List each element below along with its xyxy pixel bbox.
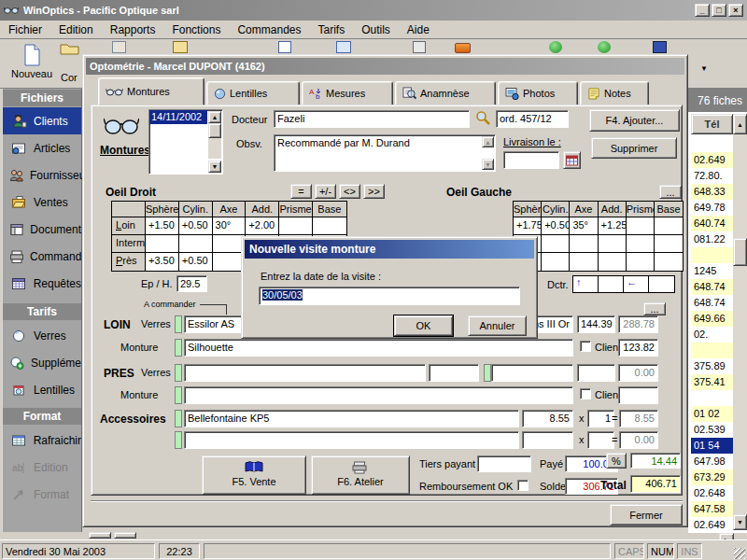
menu-item[interactable]: Tarifs	[309, 21, 353, 39]
minimize-button[interactable]: _	[695, 4, 710, 17]
tel-value: 640.74	[694, 217, 726, 229]
visit-date-input[interactable]: 30/05/03	[259, 287, 520, 305]
status-time: 22:23	[159, 543, 200, 559]
sidebar-item-label: Rafraichir	[34, 434, 81, 447]
toolbar-icon-fragment	[278, 41, 291, 53]
table-row[interactable]	[691, 247, 733, 263]
tel-value: 647.58	[694, 503, 726, 514]
tel-value: 649.78	[694, 202, 726, 213]
fermer-button[interactable]: Fermer	[610, 504, 683, 525]
table-row[interactable]: 375.89	[691, 358, 733, 374]
toolbar-icon-fragment	[112, 41, 126, 53]
sidebar-item-lentilles[interactable]: Lentilles	[3, 376, 81, 403]
tel-value: 375.41	[694, 376, 726, 387]
sidebar-item-label: Document	[30, 223, 81, 236]
close-button[interactable]: ×	[728, 4, 743, 17]
table-row[interactable]: 640.74	[691, 216, 733, 231]
tab-label: Anamnèse	[420, 88, 470, 99]
table-row[interactable]: 673.29	[691, 469, 733, 485]
tab-montures[interactable]: Montures	[98, 77, 204, 105]
nouvelle-visite-title: Nouvelle visite monture	[249, 243, 375, 256]
table-row[interactable]: 01 02	[691, 406, 733, 422]
menu-item[interactable]: Fonctions	[163, 21, 229, 39]
tel-value: 648.74	[694, 297, 726, 308]
ok-button[interactable]: OK	[394, 315, 453, 336]
resize-grip[interactable]	[734, 548, 745, 559]
printer-icon	[9, 249, 24, 264]
new-button[interactable]: Nouveau	[6, 42, 58, 86]
table-row[interactable]: 02.648	[691, 485, 733, 501]
tab-anamnese[interactable]: Anamnèse	[395, 81, 496, 105]
maximize-button[interactable]: □	[712, 4, 726, 17]
sidebar-item-label: Verres	[34, 329, 66, 343]
tel-value: 649.66	[694, 313, 726, 324]
menu-item[interactable]: Edition	[50, 21, 102, 39]
sidebar-item-edition[interactable]: ab Edition	[3, 454, 81, 481]
sidebar-item-fournisseurs[interactable]: Fournisseu	[3, 161, 81, 189]
table-row[interactable]: 648.74	[691, 279, 733, 295]
table-row[interactable]: 648.74	[691, 295, 733, 311]
optometrie-title: Optométrie - Marcel DUPONT (4162)	[90, 61, 265, 72]
tel-column-rows: 02.64972.80.648.33649.78640.74081.221245…	[691, 136, 733, 533]
table-row[interactable]	[691, 136, 733, 152]
tab-mesures[interactable]: Ab Mesures	[302, 81, 393, 105]
contact-lens-icon	[214, 88, 226, 100]
table-row[interactable]	[691, 343, 733, 358]
table-row[interactable]: 375.41	[691, 374, 733, 390]
tab-notes[interactable]: Notes	[580, 81, 649, 105]
vertical-scrollbar-thumb[interactable]	[733, 238, 747, 266]
sidebar-item-commandes[interactable]: Command	[3, 243, 81, 270]
menu-item[interactable]: Outils	[353, 21, 399, 39]
menu-item[interactable]: Fichier	[0, 21, 50, 39]
tab-photos[interactable]: Photos	[498, 81, 578, 105]
clients-icon	[9, 114, 28, 129]
tel-column-header[interactable]: Tél	[691, 114, 733, 134]
vertical-scrollbar-track[interactable]	[733, 134, 747, 514]
hscroll-fragment[interactable]	[114, 532, 136, 539]
table-row[interactable]: 02.539	[691, 422, 733, 438]
table-row[interactable]: 02.	[691, 327, 733, 343]
sidebar-header-tarifs: Tarifs	[3, 303, 81, 320]
table-row[interactable]	[691, 390, 733, 406]
table-row[interactable]: 649.66	[691, 311, 733, 327]
sidebar-item-supplements[interactable]: Suppléme	[3, 349, 81, 376]
tab-lentilles[interactable]: Lentilles	[206, 81, 300, 105]
sidebar-item-ventes[interactable]: Ventes	[3, 189, 81, 216]
sidebar-item-format[interactable]: Format	[3, 481, 81, 508]
date-prompt: Entrez la date de la visite :	[261, 271, 381, 282]
scroll-down-icon[interactable]: ▼	[733, 514, 747, 530]
scroll-up-icon[interactable]: ▲	[733, 114, 747, 134]
table-row[interactable]: 649.78	[691, 200, 733, 216]
tab-label: Mesures	[326, 88, 365, 99]
menu-item[interactable]: Rapports	[102, 21, 164, 39]
sidebar: Fichiers Clients Articles Fournisseu Ven…	[2, 89, 82, 532]
menu-item[interactable]: Commandes	[229, 21, 309, 39]
table-row[interactable]: 081.22	[691, 231, 733, 247]
table-row[interactable]: 02.649	[691, 152, 733, 168]
open-button[interactable]: Cor	[60, 42, 84, 86]
tab-label: Montures	[127, 86, 170, 97]
menu-item[interactable]: Aide	[399, 21, 438, 39]
toolbar-icon-fragment	[336, 41, 351, 53]
table-row[interactable]: 648.33	[691, 184, 733, 200]
annuler-button[interactable]: Annuler	[468, 315, 527, 336]
sidebar-item-clients[interactable]: Clients	[3, 107, 81, 134]
sidebar-item-documents[interactable]: Document	[3, 216, 81, 243]
table-row[interactable]: 01 54	[691, 438, 733, 454]
sidebar-item-rafraichir[interactable]: Rafraichir	[3, 427, 81, 454]
sidebar-item-requetes[interactable]: Requêtes	[3, 270, 81, 297]
hscroll-fragment[interactable]	[89, 532, 111, 539]
table-row[interactable]: 647.58	[691, 501, 733, 517]
table-row[interactable]: 72.80.	[691, 168, 733, 184]
new-document-icon	[22, 44, 41, 66]
nouvelle-visite-dialog: Nouvelle visite monture Entrez la date d…	[241, 236, 538, 339]
refresh-grid-icon	[9, 433, 28, 448]
tel-value: 72.80.	[694, 170, 723, 181]
sidebar-item-verres[interactable]: Verres	[3, 322, 81, 349]
table-row[interactable]: 647.98	[691, 454, 733, 469]
contact-lens-box-icon	[9, 383, 28, 398]
toolbar-overflow-button[interactable]: ▼	[697, 60, 712, 77]
table-row[interactable]: 1245	[691, 263, 733, 279]
table-row[interactable]: 02.649	[691, 517, 733, 533]
sidebar-item-articles[interactable]: Articles	[3, 134, 81, 161]
